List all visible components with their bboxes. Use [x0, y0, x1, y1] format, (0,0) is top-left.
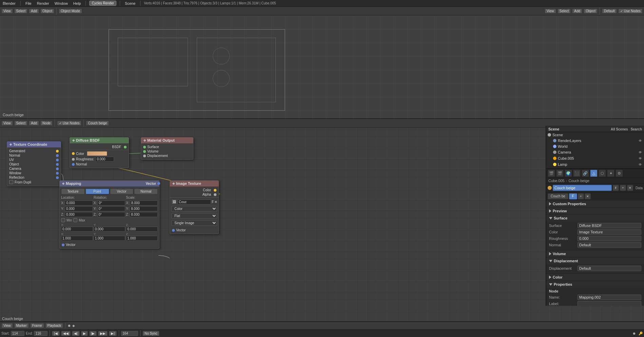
end-frame-input[interactable] [34, 331, 48, 336]
loc-x-input[interactable] [65, 200, 93, 206]
socket-camera-out[interactable] [56, 167, 59, 170]
vp-select-btn[interactable]: Select [14, 8, 28, 14]
search-btn[interactable]: Search [631, 127, 642, 131]
mat-users-btn[interactable]: F [613, 185, 619, 191]
prev-keyframe-btn[interactable]: ◀| [72, 331, 80, 336]
prop-render-btn[interactable]: 🎬 [548, 170, 555, 177]
roughness-input[interactable] [95, 157, 114, 162]
max-y-input[interactable] [94, 236, 126, 241]
outliner-lamp[interactable]: Lamp 👁 [546, 161, 644, 167]
jump-end-btn[interactable]: ▶| [109, 331, 117, 336]
source-select[interactable]: Single Image Image Sequence Movie [171, 220, 217, 226]
alpha-out-socket[interactable] [214, 193, 216, 196]
color-section-header[interactable]: Color [546, 274, 644, 281]
image-icon-btn[interactable]: 🖼 [171, 199, 177, 205]
scale-y-input[interactable] [130, 206, 158, 211]
vp2-object-btn[interactable]: Object [584, 8, 598, 14]
projection-select[interactable]: Flat Box Sphere Tube [171, 213, 217, 219]
ne-view-btn[interactable]: View [1, 121, 13, 126]
socket-reflection-out[interactable] [56, 176, 59, 179]
sync-btn[interactable]: No Sync [143, 331, 159, 336]
vp-object-btn[interactable]: Object [40, 8, 54, 14]
breadcrumb-couch[interactable]: Couch beige [568, 179, 589, 183]
prop-material-btn[interactable]: ⬡ [599, 170, 606, 177]
ne-node-btn[interactable]: Node [40, 121, 53, 126]
mat-del-btn[interactable]: ✕ [585, 193, 591, 199]
mapping-tab-normal[interactable]: Normal [134, 189, 158, 194]
mapping-tab-vector[interactable]: Vector [110, 189, 134, 194]
mat-name-btn[interactable]: Default [602, 8, 617, 14]
mat-delete-btn[interactable]: ✕ [627, 185, 633, 191]
menu-file-item[interactable]: File [24, 1, 33, 5]
displacement-header[interactable]: Displacement [546, 258, 644, 264]
breadcrumb-cube[interactable]: Cube.005 [548, 179, 565, 183]
min-checkbox[interactable] [61, 218, 65, 222]
max-z-input[interactable] [126, 236, 158, 241]
node-texture-coordinate[interactable]: ◆ Texture Coordinate Generated Normal [7, 141, 61, 186]
ne-use-nodes-btn[interactable]: ✓ Use Nodes [57, 121, 81, 126]
image-tex-vector-socket[interactable] [172, 229, 175, 232]
prop-physics-btn[interactable]: ⚙ [615, 170, 623, 177]
prop-scene-btn[interactable]: 🎬 [556, 170, 564, 177]
socket-color-in-dot[interactable] [72, 152, 75, 155]
tl-playback-btn[interactable]: Playback [45, 323, 63, 328]
image-close-btn[interactable]: ✕ [214, 200, 217, 204]
from-dupli-checkbox[interactable] [9, 180, 13, 184]
mat-pin-btn[interactable]: + [620, 185, 626, 191]
mapping-vector-out[interactable] [157, 182, 160, 185]
socket-bsdf[interactable] [124, 146, 127, 148]
prop-world-btn[interactable]: 🌍 [565, 170, 572, 177]
mat-new-btn[interactable]: + [578, 193, 584, 199]
play-btn[interactable]: ▶ [81, 331, 88, 336]
renderlayers-vis[interactable]: 👁 [638, 138, 643, 143]
mapping-tab-texture[interactable]: Texture [61, 189, 85, 194]
outliner-scene[interactable]: Scene [546, 132, 644, 138]
rot-y-input[interactable] [97, 206, 126, 211]
surface-header[interactable]: Surface [546, 215, 644, 221]
menu-file[interactable]: Blender [1, 1, 17, 5]
socket-volume-in-dot[interactable] [143, 150, 146, 153]
image-browse-btn[interactable]: F [212, 200, 214, 204]
loc-z-input[interactable] [65, 212, 93, 217]
engine-badge[interactable]: Cycles Render [89, 1, 116, 6]
node-label-input[interactable] [577, 301, 641, 306]
min-x-input[interactable] [61, 227, 93, 232]
image-name-input[interactable] [177, 199, 211, 205]
custom-props-header[interactable]: Custom Properties [546, 200, 644, 207]
volume-header[interactable]: Volume [546, 250, 644, 257]
current-frame-input[interactable] [121, 331, 138, 336]
loc-y-input[interactable] [65, 206, 93, 211]
node-mapping[interactable]: ◆ Mapping Vector Texture Point Vector No… [59, 180, 159, 249]
tl-view-btn[interactable]: View [1, 323, 13, 328]
vp2-select-btn[interactable]: Select [557, 8, 571, 14]
vp-add-btn[interactable]: Add [29, 8, 39, 14]
ne-material-btn[interactable]: Couch beige [86, 121, 109, 126]
scene-name[interactable]: Scene [124, 1, 137, 5]
prev-frame-btn[interactable]: ◀◀ [61, 331, 71, 336]
node-name-input[interactable] [577, 295, 641, 300]
all-scenes-btn[interactable]: All Scenes [611, 127, 628, 131]
tl-marker-btn[interactable]: Marker [14, 323, 29, 328]
node-diffuse-bsdf[interactable]: ◆ Diffuse BSDF BSDF Color [70, 137, 129, 168]
next-frame-btn[interactable]: ▶▶ [98, 331, 108, 336]
rot-x-input[interactable] [97, 200, 125, 206]
preview-header[interactable]: Preview [546, 208, 644, 214]
color-swatch[interactable] [87, 151, 107, 156]
use-nodes-btn[interactable]: ✓ Use Nodes [618, 8, 643, 14]
keyframe-btn[interactable]: 🔑 [639, 332, 643, 335]
rot-z-input[interactable] [97, 212, 126, 217]
menu-window[interactable]: Window [53, 1, 69, 5]
vp2-view-btn[interactable]: View [545, 8, 556, 14]
mat-data-btn[interactable]: Data [636, 186, 643, 190]
socket-normal-out[interactable] [56, 154, 59, 157]
normal-prop-value[interactable]: Default [577, 242, 641, 248]
socket-displacement-in-dot[interactable] [143, 155, 146, 157]
socket-roughness[interactable] [72, 158, 75, 161]
prop-object-btn[interactable]: ⬛ [573, 170, 581, 177]
socket-normal-in[interactable] [72, 163, 75, 166]
socket-object-out[interactable] [56, 163, 59, 166]
cube-vis[interactable]: 👁 [638, 156, 643, 161]
prop-constraints-btn[interactable]: 🔗 [582, 170, 589, 177]
properties-header[interactable]: Properties [546, 281, 644, 288]
socket-surface-in-dot[interactable] [143, 146, 146, 148]
